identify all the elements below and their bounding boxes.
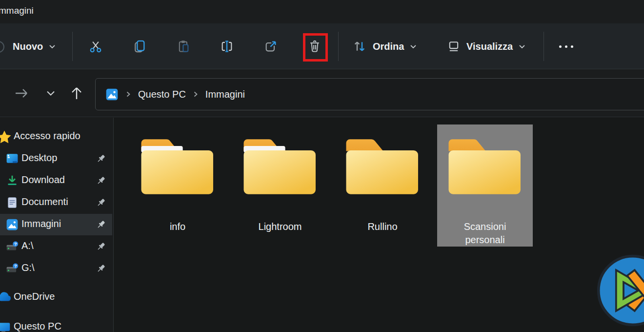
svg-text:?: ? — [14, 242, 17, 247]
chevron-down-icon — [46, 90, 56, 96]
address-bar[interactable]: Questo PC Immagini — [95, 78, 644, 110]
sidebar-item-label: Questo PC — [14, 321, 61, 332]
sidebar-item-label: G:\ — [21, 262, 35, 273]
clipboard-paste-icon — [177, 40, 190, 53]
toolbar-separator — [338, 32, 339, 61]
pictures-icon — [105, 88, 119, 101]
sort-button-label: Ordina — [373, 41, 404, 52]
folder-icon — [448, 136, 522, 196]
folder-item-info[interactable]: info — [130, 124, 225, 247]
command-toolbar: Nuovo — [0, 23, 644, 69]
title-bar: mmagini — [0, 0, 644, 23]
breadcrumb-chevron-icon — [193, 91, 198, 98]
navigation-bar: Questo PC Immagini — [0, 70, 644, 117]
sidebar-item-label: OneDrive — [14, 291, 55, 302]
view-button-label: Visualizza — [466, 41, 513, 52]
sidebar-item-onedrive[interactable]: OneDrive — [0, 287, 112, 308]
sidebar-item-label: Desktop — [21, 152, 57, 164]
folder-name: Lightroom — [243, 220, 317, 233]
file-list-area: info Lightroom Rullino Scansioni persona… — [114, 118, 644, 332]
sidebar-item-label: Documenti — [21, 196, 68, 208]
rename-button[interactable] — [216, 36, 238, 57]
pin-icon — [96, 241, 106, 252]
folder-name: Scansioni personali — [448, 220, 522, 247]
toolbar-separator — [72, 32, 73, 61]
file-explorer-window: mmagini Nuovo — [0, 0, 644, 332]
download-arrow-icon — [6, 174, 19, 187]
new-button[interactable]: Nuovo — [13, 23, 56, 69]
folder-icon — [345, 136, 420, 196]
drive-unknown-icon: ? — [6, 240, 19, 253]
more-options-button[interactable] — [554, 36, 578, 57]
sidebar-item-drive-g[interactable]: ? G:\ — [0, 258, 112, 279]
chevron-down-icon — [410, 44, 417, 49]
cut-button[interactable] — [85, 36, 106, 57]
folder-item-lightroom[interactable]: Lightroom — [232, 124, 328, 247]
sidebar-item-label: Accesso rapido — [14, 130, 80, 142]
forward-button[interactable] — [11, 83, 32, 104]
copy-icon — [133, 40, 146, 53]
recent-locations-button[interactable] — [40, 83, 61, 104]
paste-button[interactable] — [173, 36, 194, 57]
watermark-logo — [596, 253, 644, 328]
folder-name: Rullino — [346, 220, 419, 233]
chevron-down-icon — [49, 44, 56, 49]
new-button-label: Nuovo — [13, 41, 43, 52]
trash-icon — [308, 40, 322, 53]
new-plus-icon — [0, 41, 4, 53]
sidebar-item-download[interactable]: Download — [0, 170, 112, 191]
folder-icon — [141, 136, 215, 196]
folder-item-scansioni-personali[interactable]: Scansioni personali — [437, 124, 533, 247]
star-icon — [0, 129, 13, 145]
share-icon — [264, 40, 278, 53]
breadcrumb-chevron-icon — [126, 91, 131, 98]
ellipsis-icon — [559, 45, 562, 48]
sidebar-item-drive-a[interactable]: ? A:\ — [0, 236, 112, 257]
svg-text:?: ? — [14, 264, 17, 269]
sort-arrows-icon — [352, 39, 367, 54]
pin-icon — [96, 219, 106, 230]
pictures-icon — [6, 218, 19, 231]
share-button[interactable] — [260, 36, 282, 57]
rename-icon — [220, 40, 234, 53]
window-tab-title: mmagini — [0, 5, 34, 16]
arrow-right-icon — [14, 87, 29, 99]
delete-button[interactable] — [304, 36, 325, 57]
folder-item-rullino[interactable]: Rullino — [335, 124, 430, 247]
drive-unknown-icon: ? — [6, 262, 19, 275]
pin-icon — [96, 153, 106, 164]
document-icon — [6, 196, 19, 209]
sort-button[interactable]: Ordina — [352, 23, 417, 69]
sidebar-item-questo-pc[interactable]: Questo PC — [0, 316, 112, 332]
navigation-pane: Accesso rapido Desktop — [0, 118, 114, 332]
breadcrumb-immagini[interactable]: Immagini — [205, 89, 245, 100]
breadcrumb-questo-pc[interactable]: Questo PC — [138, 89, 186, 100]
pin-icon — [96, 197, 106, 208]
pin-icon — [96, 263, 106, 274]
chevron-down-icon — [519, 44, 525, 49]
toolbar-separator — [543, 32, 544, 61]
sidebar-item-desktop[interactable]: Desktop — [0, 148, 112, 169]
sidebar-item-documenti[interactable]: Documenti — [0, 192, 112, 213]
folder-icon — [243, 136, 317, 196]
sidebar-item-label: Download — [21, 174, 65, 186]
sidebar-item-accesso-rapido[interactable]: Accesso rapido — [0, 126, 112, 147]
computer-icon — [0, 321, 11, 332]
desktop-icon — [6, 152, 19, 165]
folder-name: info — [141, 220, 214, 233]
copy-button[interactable] — [129, 36, 150, 57]
onedrive-cloud-icon — [0, 291, 12, 304]
arrow-up-icon — [70, 85, 83, 101]
sidebar-item-label: Immagini — [21, 218, 61, 229]
scissors-icon — [89, 40, 102, 53]
pin-icon — [96, 175, 106, 186]
sidebar-item-label: A:\ — [21, 240, 33, 251]
up-button[interactable] — [66, 83, 87, 104]
view-button[interactable]: Visualizza — [447, 23, 525, 69]
sidebar-item-immagini[interactable]: Immagini — [0, 214, 112, 235]
view-layout-icon — [447, 40, 461, 53]
